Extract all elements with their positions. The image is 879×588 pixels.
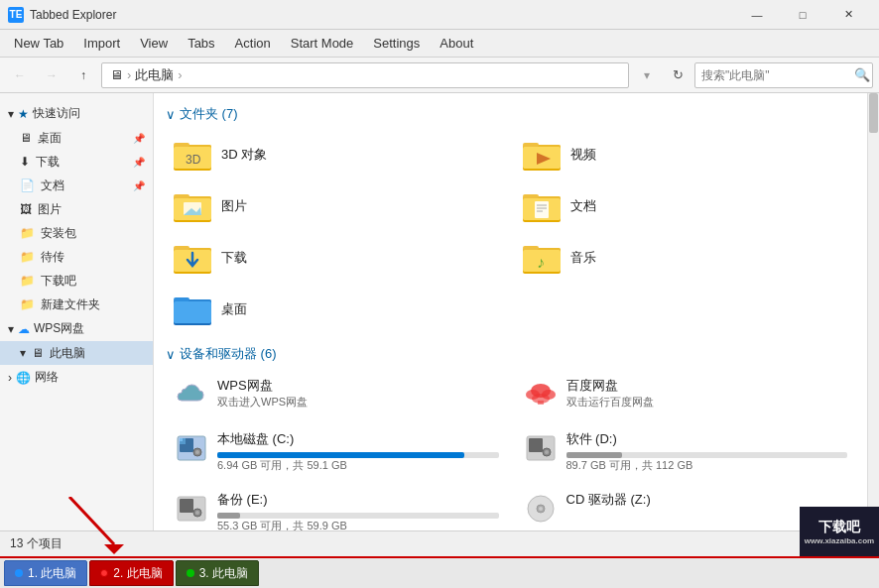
drive-item-baidu[interactable]: 百度网盘 双击运行百度网盘 — [515, 371, 856, 418]
cd-z-icon — [523, 491, 559, 527]
maximize-button[interactable]: □ — [780, 0, 825, 30]
sidebar: ▾ ★ 快速访问 🖥 桌面 📌 ⬇ 下载 📌 📄 文档 📌 🖼 图片 📁 安装包 — [0, 93, 154, 530]
sidebar-label-newfolder: 新建文件夹 — [41, 296, 100, 313]
svg-rect-20 — [535, 201, 549, 218]
scrollbar-thumb[interactable] — [869, 93, 878, 133]
d-drive-name: 软件 (D:) — [566, 430, 848, 448]
up-button[interactable]: ↑ — [69, 62, 97, 88]
sidebar-item-newfolder[interactable]: 📁 新建文件夹 — [0, 293, 153, 316]
tab-1-dot — [15, 569, 23, 577]
chevron-icon: ▾ — [8, 107, 14, 121]
sidebar-item-this-pc[interactable]: ▾ 🖥 此电脑 — [0, 341, 153, 365]
folder-item-download[interactable]: 下载 — [166, 234, 507, 282]
sidebar-item-document[interactable]: 📄 文档 📌 — [0, 174, 153, 197]
search-icon: 🔍 — [854, 67, 870, 82]
folder-item-desktop[interactable]: 桌面 — [166, 286, 507, 333]
tab-2-label: 2. 此电脑 — [113, 565, 162, 582]
tab-2[interactable]: 2. 此电脑 — [89, 560, 173, 586]
drives-section-label: 设备和驱动器 (6) — [180, 345, 277, 363]
drive-item-d[interactable]: 软件 (D:) 89.7 GB 可用，共 112 GB — [515, 424, 856, 479]
item-count: 13 个项目 — [10, 535, 63, 552]
folder-document-icon — [523, 188, 563, 224]
folder-name-picture: 图片 — [221, 197, 247, 215]
svg-text:3D: 3D — [186, 153, 201, 167]
sidebar-item-pending[interactable]: 📁 待传 — [0, 245, 153, 269]
d-drive-sub: 89.7 GB 可用，共 112 GB — [566, 458, 848, 473]
sidebar-section-network[interactable]: › 🌐 网络 — [0, 365, 153, 390]
svg-rect-41 — [538, 401, 544, 405]
chevron-icon4: › — [8, 371, 12, 385]
watermark-top: 下载吧 — [818, 519, 860, 536]
baidu-drive-sub: 双击运行百度网盘 — [566, 395, 848, 410]
sidebar-label-document: 文档 — [41, 177, 64, 194]
menu-action[interactable]: Action — [225, 32, 281, 55]
folder-name-document: 文档 — [570, 197, 596, 215]
menubar: New Tab Import View Tabs Action Start Mo… — [0, 30, 879, 58]
titlebar: TE Tabbed Explorer — □ ✕ — [0, 0, 879, 30]
menu-tabs[interactable]: Tabs — [178, 32, 224, 55]
folder-icon2: 📁 — [20, 250, 35, 264]
dropdown-button[interactable]: ▾ — [633, 62, 661, 88]
back-button[interactable]: ← — [6, 62, 34, 88]
hdd-c-icon — [174, 430, 209, 466]
folder-item-document[interactable]: 文档 — [515, 182, 856, 230]
network-label: 网络 — [35, 369, 59, 386]
app-icon: TE — [8, 7, 24, 23]
search-input[interactable] — [701, 68, 850, 82]
folder-item-music[interactable]: ♪ 音乐 — [515, 234, 856, 282]
folders-section-header: ∨ 文件夹 (7) — [166, 105, 855, 123]
minimize-button[interactable]: — — [734, 0, 780, 30]
tab-3[interactable]: 3. 此电脑 — [176, 560, 259, 586]
tab-1[interactable]: 1. 此电脑 — [4, 560, 87, 586]
forward-button[interactable]: → — [38, 62, 65, 88]
main-area: ▾ ★ 快速访问 🖥 桌面 📌 ⬇ 下载 📌 📄 文档 📌 🖼 图片 📁 安装包 — [0, 93, 879, 530]
folder-item-picture[interactable]: 图片 — [166, 182, 507, 230]
svg-text:♪: ♪ — [537, 254, 545, 271]
drive-item-e[interactable]: 备份 (E:) 55.3 GB 可用，共 59.9 GB — [166, 485, 507, 530]
menu-about[interactable]: About — [430, 32, 483, 55]
sidebar-item-picture[interactable]: 🖼 图片 — [0, 197, 153, 221]
svg-point-55 — [195, 511, 199, 515]
e-drive-info: 备份 (E:) 55.3 GB 可用，共 59.9 GB — [217, 491, 499, 530]
e-drive-name: 备份 (E:) — [217, 491, 499, 509]
menu-start-mode[interactable]: Start Mode — [281, 32, 364, 55]
menu-settings[interactable]: Settings — [363, 32, 430, 55]
app-title: Tabbed Explorer — [30, 8, 734, 22]
folder-name-3d: 3D 对象 — [221, 146, 267, 164]
address-path[interactable]: 🖥 › 此电脑 › — [101, 62, 629, 88]
tab-1-label: 1. 此电脑 — [28, 565, 76, 582]
baidu-drive-name: 百度网盘 — [566, 377, 848, 395]
sidebar-item-desktop[interactable]: 🖥 桌面 📌 — [0, 126, 153, 150]
sidebar-item-downloadbar[interactable]: 📁 下载吧 — [0, 269, 153, 293]
wps-label: WPS网盘 — [34, 320, 84, 337]
tab-3-dot — [187, 569, 194, 577]
c-drive-name: 本地磁盘 (C:) — [217, 430, 499, 448]
folder-video-icon — [523, 137, 563, 173]
folder-item-video[interactable]: 视频 — [515, 131, 856, 178]
menu-view[interactable]: View — [130, 32, 178, 55]
menu-new-tab[interactable]: New Tab — [4, 32, 73, 55]
wps-cloud-icon — [174, 377, 209, 412]
chevron-icon3: ▾ — [20, 346, 26, 360]
folder-picture-icon — [174, 188, 213, 224]
sidebar-item-download[interactable]: ⬇ 下载 📌 — [0, 150, 153, 174]
content-area: ∨ 文件夹 (7) 3D 3D 对象 — [154, 93, 867, 530]
scrollbar[interactable] — [867, 93, 879, 530]
menu-import[interactable]: Import — [73, 32, 130, 55]
drive-item-c[interactable]: 本地磁盘 (C:) 6.94 GB 可用，共 59.1 GB — [166, 424, 507, 479]
network-icon: 🌐 — [16, 371, 31, 385]
folder-icon4: 📁 — [20, 297, 35, 311]
refresh-button[interactable]: ↻ — [665, 62, 691, 88]
path-label: 此电脑 — [135, 66, 174, 84]
folder-3d-icon: 3D — [174, 137, 213, 173]
wps-drive-info: WPS网盘 双击进入WPS网盘 — [217, 377, 499, 410]
sidebar-item-install[interactable]: 📁 安装包 — [0, 221, 153, 245]
e-drive-sub: 55.3 GB 可用，共 59.9 GB — [217, 519, 499, 530]
drive-item-wps[interactable]: WPS网盘 双击进入WPS网盘 — [166, 371, 507, 418]
sidebar-label-downloadbar: 下载吧 — [41, 273, 76, 290]
folder-item-3d[interactable]: 3D 3D 对象 — [166, 131, 507, 178]
sidebar-section-wps[interactable]: ▾ ☁ WPS网盘 — [0, 316, 153, 341]
sidebar-label-desktop: 桌面 — [38, 130, 62, 147]
close-button[interactable]: ✕ — [825, 0, 871, 30]
sidebar-section-quick-access[interactable]: ▾ ★ 快速访问 — [0, 101, 153, 126]
